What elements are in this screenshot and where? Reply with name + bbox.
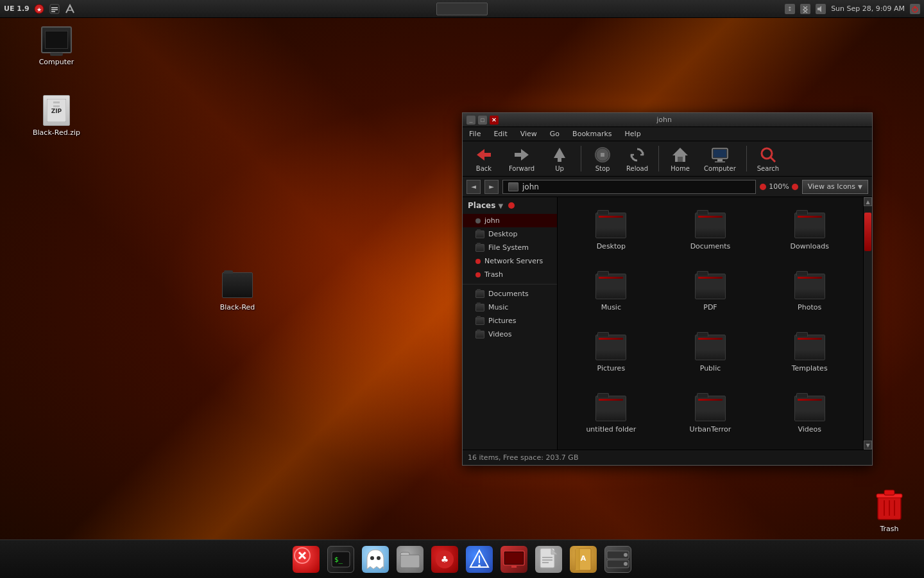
videos-dir-icon [794, 396, 825, 421]
svg-rect-14 [53, 103, 60, 105]
file-item-desktop[interactable]: Desktop [568, 207, 654, 256]
dock-icon-files[interactable] [395, 544, 425, 575]
menu-view[interactable]: View [518, 128, 540, 139]
sidebar-divider [463, 284, 557, 285]
file-item-photos[interactable]: Photos [766, 268, 853, 317]
file-item-templates[interactable]: Templates [766, 329, 853, 378]
svg-rect-47 [505, 552, 523, 564]
svg-point-27 [762, 148, 772, 159]
desktop-trash[interactable]: Trash [874, 489, 905, 533]
dock-icon-storage[interactable] [603, 544, 633, 575]
stop-button[interactable]: Stop [586, 143, 619, 175]
desktop-icon-computer[interactable]: Computer [31, 24, 82, 66]
scroll-thumb[interactable] [864, 213, 871, 251]
file-item-pictures[interactable]: Pictures [568, 329, 654, 378]
menu-go[interactable]: Go [547, 128, 562, 139]
places-section[interactable]: Places ▼ [463, 197, 557, 214]
file-item-urbanterror[interactable]: UrbanTerror [667, 390, 754, 439]
view-mode-label: View as Icons [808, 182, 855, 191]
file-item-untitled[interactable]: untitled folder [568, 390, 654, 439]
folder-desktop-icon [222, 272, 253, 298]
zoom-control: 100% [760, 182, 798, 191]
svg-line-28 [771, 157, 775, 162]
dock-icon-1[interactable] [291, 544, 321, 575]
forward-button[interactable]: Forward [502, 143, 541, 175]
sidebar-bookmark-pictures[interactable]: Pictures [463, 314, 557, 328]
file-item-music[interactable]: Music [568, 268, 654, 317]
file-item-videos[interactable]: Videos [766, 390, 853, 439]
maximize-button[interactable]: □ [478, 116, 487, 125]
sidebar-bookmark-videos[interactable]: Videos [463, 328, 557, 341]
app-icon-1[interactable]: ★ [33, 3, 45, 15]
desktop-icon-zip[interactable]: ZIP Black-Red.zip [31, 95, 82, 137]
scroll-down-button[interactable]: ▼ [864, 441, 872, 450]
computer-button[interactable]: Computer [699, 143, 741, 175]
svg-rect-40 [400, 555, 420, 568]
music-dir-icon [595, 274, 626, 299]
sidebar-bookmark-documents[interactable]: Documents [463, 287, 557, 301]
computer-label: Computer [704, 165, 736, 172]
sidebar-item-john[interactable]: john [463, 214, 557, 227]
file-item-downloads[interactable]: Downloads [766, 207, 853, 256]
menu-bookmarks[interactable]: Bookmarks [570, 128, 614, 139]
pictures-dir-label: Pictures [597, 364, 626, 372]
zoom-dot-right[interactable] [792, 184, 798, 190]
back-button[interactable]: Back [468, 143, 500, 175]
dock-icon-dict[interactable]: A [568, 544, 599, 575]
sidebar-pictures-label: Pictures [488, 317, 517, 325]
dock-icon-blue[interactable] [464, 544, 495, 575]
public-dir-label: Public [700, 364, 721, 372]
pdf-dir-label: PDF [703, 303, 717, 311]
file-item-documents[interactable]: Documents [667, 207, 754, 256]
svg-rect-20 [601, 153, 604, 157]
sidebar-item-network[interactable]: Network Servers [463, 254, 557, 268]
app-icon-2[interactable] [49, 3, 60, 15]
app-icon-3[interactable] [64, 3, 76, 15]
home-button[interactable]: Home [664, 143, 696, 175]
svg-rect-26 [715, 161, 725, 162]
window-controls: _ □ ✕ [466, 116, 499, 125]
file-item-public[interactable]: Public [667, 329, 754, 378]
dock-icon-terminal[interactable]: $_ [325, 544, 356, 575]
close-button[interactable]: ✕ [490, 116, 499, 125]
dock-icon-screen[interactable] [499, 544, 529, 575]
menu-file[interactable]: File [466, 128, 483, 139]
reload-button[interactable]: Reload [621, 143, 653, 175]
power-icon[interactable] [910, 4, 920, 14]
svg-text:$_: $_ [334, 556, 343, 564]
addr-next-button[interactable]: ► [484, 180, 499, 194]
window-title: john [656, 116, 672, 124]
svg-point-58 [624, 553, 628, 557]
scroll-track[interactable] [864, 206, 872, 441]
location-folder-icon [508, 182, 518, 191]
sidebar-item-desktop[interactable]: Desktop [463, 227, 557, 241]
sidebar-john-label: john [484, 216, 500, 225]
up-button[interactable]: Up [543, 143, 576, 175]
search-button[interactable]: Search [752, 143, 784, 175]
svg-point-60 [624, 562, 628, 566]
scroll-up-button[interactable]: ▲ [864, 197, 872, 206]
app-label: UE 1.9 [4, 4, 30, 13]
sidebar-bookmark-music[interactable]: Music [463, 301, 557, 314]
trash-dot [475, 272, 481, 277]
desktop-icon-folder[interactable]: Black-Red [212, 270, 263, 311]
sidebar-item-trash[interactable]: Trash [463, 268, 557, 281]
minimize-button[interactable]: _ [466, 116, 475, 125]
zoom-dot-left[interactable] [760, 184, 766, 190]
sidebar-item-filesystem[interactable]: File System [463, 241, 557, 254]
addr-prev-button[interactable]: ◄ [466, 180, 481, 194]
folder-icon-label: Black-Red [220, 303, 255, 311]
location-bar[interactable]: john [502, 180, 756, 194]
sidebar-music-label: Music [488, 303, 508, 311]
svg-marker-16 [477, 149, 491, 161]
svg-rect-22 [678, 157, 683, 162]
view-mode-button[interactable]: View as Icons ▼ [802, 180, 868, 194]
menu-edit[interactable]: Edit [491, 128, 509, 139]
file-item-pdf[interactable]: PDF [667, 268, 754, 317]
window-thumbnail[interactable] [436, 3, 488, 15]
dock-icon-red2[interactable]: ♣ [429, 544, 460, 575]
dock-icon-ghost[interactable] [360, 544, 391, 575]
menu-help[interactable]: Help [622, 128, 644, 139]
svg-rect-24 [714, 150, 726, 157]
dock-icon-file2[interactable] [533, 544, 564, 575]
